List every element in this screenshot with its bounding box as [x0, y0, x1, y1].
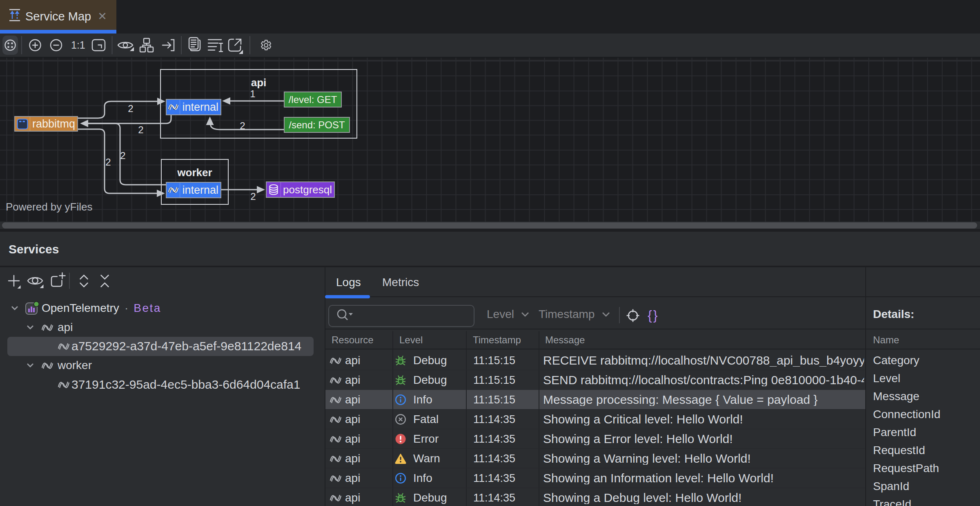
svg-text:2: 2: [128, 103, 133, 114]
svg-text:2: 2: [105, 157, 111, 168]
svg-text:2: 2: [138, 124, 143, 135]
svg-text:2: 2: [240, 120, 245, 131]
svg-text:1:1: 1:1: [71, 39, 85, 51]
svg-text:2: 2: [250, 191, 256, 202]
svg-text:1: 1: [250, 88, 255, 99]
svg-text:2: 2: [120, 150, 125, 161]
